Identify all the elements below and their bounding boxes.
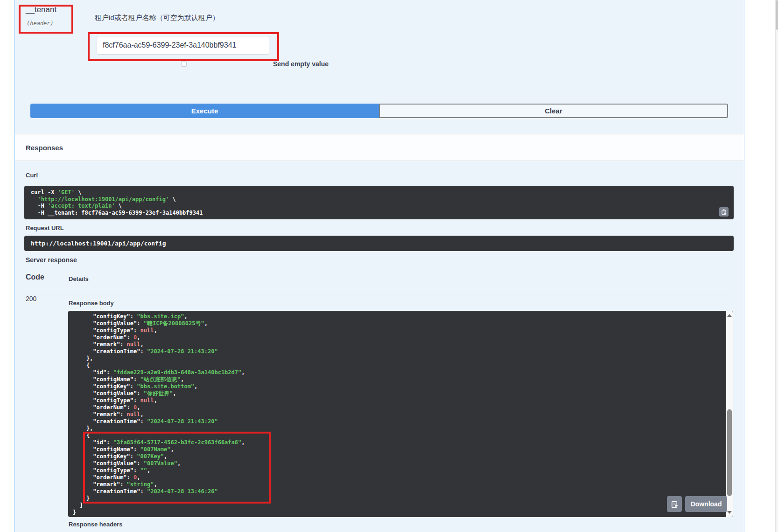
responses-section-header: Responses [15, 134, 744, 161]
request-url-value: http://localhost:19001/api/app/config [24, 236, 734, 251]
page-scrollbar-thumb[interactable] [776, 0, 778, 30]
response-body-code: "configKey": "bbs.site.icp", "configValu… [68, 311, 733, 517]
clear-button[interactable]: Clear [379, 104, 728, 118]
responses-title: Responses [26, 144, 63, 152]
clipboard-copy-icon [671, 500, 678, 508]
send-empty-value-checkbox[interactable] [181, 61, 187, 67]
download-button[interactable]: Download [685, 496, 727, 512]
response-body-json: "configKey": "bbs.site.icp", "configValu… [73, 313, 721, 516]
curl-label: Curl [26, 172, 38, 179]
opblock-right-border [744, 0, 744, 532]
execute-button[interactable]: Execute [30, 104, 379, 118]
scrollbar-thumb[interactable] [727, 409, 732, 496]
send-empty-value-label: Send empty value [273, 60, 329, 68]
request-url-label: Request URL [26, 224, 64, 231]
clipboard-copy-icon [721, 209, 727, 215]
parameter-description: 租户id或者租户名称（可空为默认租户） [95, 14, 219, 22]
parameter-location: (header) [27, 20, 54, 27]
details-column-header: Details [69, 275, 89, 282]
scroll-up-icon[interactable] [727, 314, 732, 317]
opblock-left-border [14, 0, 15, 532]
response-body-scrollbar[interactable] [726, 311, 733, 517]
tenant-input[interactable] [97, 36, 269, 55]
table-divider [24, 290, 734, 290]
status-code: 200 [26, 295, 36, 302]
code-column-header: Code [26, 273, 44, 281]
response-body-label: Response body [69, 300, 114, 307]
copy-curl-button[interactable] [719, 207, 729, 217]
curl-code-block: curl -X 'GET' \ 'http://localhost:19001/… [24, 186, 734, 219]
server-response-label: Server response [26, 256, 77, 264]
response-headers-label: Response headers [69, 521, 123, 528]
scroll-down-icon[interactable] [727, 511, 732, 514]
page-scrollbar[interactable] [775, 0, 778, 532]
copy-response-button[interactable] [667, 496, 682, 512]
parameter-name: __tenant [26, 5, 56, 14]
swagger-operation-panel: Responses __tenant (header) 租户id或者租户名称（可… [0, 0, 778, 532]
